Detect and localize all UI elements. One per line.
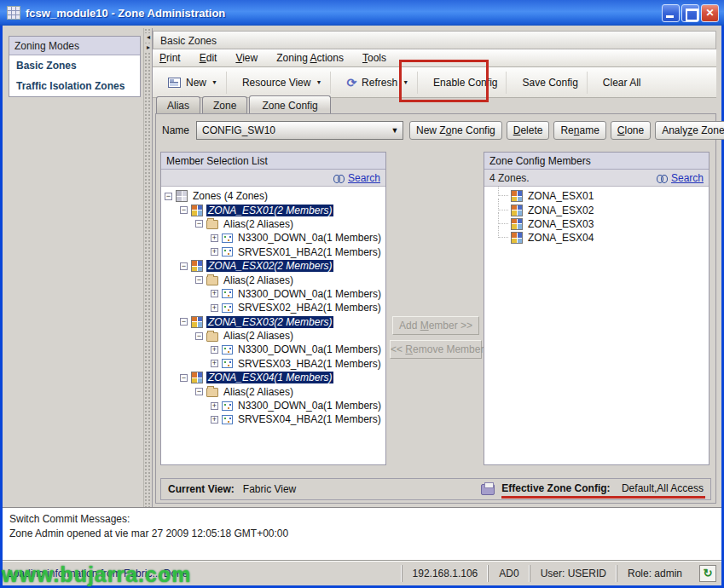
zone-config-member-zona-esx03[interactable]: ZONA_ESX03: [484, 217, 709, 231]
tree-row-n3300-down-0a-1-members[interactable]: +N3300_DOWN_0a(1 Members): [161, 231, 385, 245]
tree-row-n3300-down-0a-1-members[interactable]: +N3300_DOWN_0a(1 Members): [161, 343, 385, 356]
chevron-down-icon[interactable]: ▼: [403, 79, 408, 85]
collapse-icon[interactable]: −: [195, 276, 203, 284]
expand-icon[interactable]: +: [211, 416, 218, 424]
tree-node-label[interactable]: ZONA_ESX03(2 Members): [206, 316, 333, 328]
button-clone[interactable]: Clone: [611, 121, 651, 140]
sidebar-item-traffic-isolation-zones[interactable]: Traffic Isolation Zones: [9, 76, 140, 96]
zone-config-name-select[interactable]: CONFIG_SW10 ▼: [196, 121, 403, 140]
zone-config-member-zona-esx01[interactable]: ZONA_ESX01: [484, 189, 709, 203]
tree-row-zona-esx01-2-members[interactable]: −ZONA_ESX01(2 Members): [161, 203, 385, 216]
expand-icon[interactable]: +: [211, 234, 218, 242]
tree-row-zona-esx04-1-members[interactable]: −ZONA_ESX04(1 Members): [161, 371, 385, 384]
expand-icon[interactable]: +: [211, 248, 218, 256]
zone-config-member-zona-esx04[interactable]: ZONA_ESX04: [484, 231, 709, 245]
toolbar-button-save-config[interactable]: Save Config: [513, 72, 587, 94]
tree-node-label[interactable]: Alias(2 Aliases): [222, 218, 295, 230]
tree-row-zones-4-zones[interactable]: −Zones (4 Zones): [161, 189, 385, 203]
menu-item-edit[interactable]: Edit: [200, 52, 217, 64]
tree-row-alias-2-aliases[interactable]: −Alias(2 Aliases): [161, 329, 385, 343]
chevron-down-icon[interactable]: ▼: [387, 126, 403, 135]
tree-node-label[interactable]: SRVESX03_HBA2(1 Members): [236, 358, 383, 370]
status-refresh-button[interactable]: ↻: [699, 565, 716, 582]
expand-icon[interactable]: +: [211, 360, 218, 367]
button-delete[interactable]: Delete: [507, 121, 550, 140]
tree-row-alias-2-aliases[interactable]: −Alias(2 Aliases): [161, 217, 385, 231]
tree-node-label[interactable]: Alias(2 Aliases): [222, 330, 295, 342]
collapse-icon[interactable]: −: [165, 193, 172, 200]
tree-row-n3300-down-0a-1-members[interactable]: +N3300_DOWN_0a(1 Members): [161, 287, 385, 301]
menu-item-zoning-actions[interactable]: Zoning Actions: [276, 52, 344, 64]
chevron-down-icon[interactable]: ▼: [211, 79, 217, 85]
collapse-icon[interactable]: −: [180, 318, 188, 326]
zone-config-member-zona-esx02[interactable]: ZONA_ESX02: [484, 203, 709, 216]
tree-node-label[interactable]: N3300_DOWN_0a(1 Members): [236, 400, 383, 412]
expand-icon[interactable]: +: [211, 304, 218, 312]
zone-member-label[interactable]: ZONA_ESX02: [526, 205, 595, 216]
tree-row-srvesx02-hba2-1-members[interactable]: +SRVESX02_HBA2(1 Members): [161, 301, 385, 314]
tree-row-zona-esx02-2-members[interactable]: −ZONA_ESX02(2 Members): [161, 259, 385, 273]
member-selection-search-link[interactable]: Search: [333, 172, 380, 184]
collapse-icon[interactable]: −: [180, 206, 188, 214]
tree-node-label[interactable]: SRVESX02_HBA2(1 Members): [236, 302, 383, 314]
tree-row-srvesx01-hba2-1-members[interactable]: +SRVESX01_HBA2(1 Members): [161, 245, 385, 259]
sidebar-splitter[interactable]: ◂ ▸: [143, 28, 152, 507]
tree-row-srvesx04-hba2-1-members[interactable]: +SRVESX04_HBA2(1 Members): [161, 412, 385, 426]
close-button[interactable]: ✕: [701, 4, 719, 22]
tree-node-label[interactable]: ZONA_ESX04(1 Members): [206, 372, 333, 383]
collapse-icon[interactable]: −: [195, 332, 203, 340]
zone-member-label[interactable]: ZONA_ESX03: [526, 218, 595, 230]
collapse-icon[interactable]: −: [180, 374, 188, 382]
tree-node-label[interactable]: ZONA_ESX02(2 Members): [206, 260, 333, 272]
printer-icon[interactable]: [481, 484, 495, 495]
expand-icon[interactable]: +: [211, 290, 218, 297]
status-segment-user-userid: User: USERID: [530, 565, 617, 582]
menu-item-tools[interactable]: Tools: [362, 52, 386, 64]
menu-item-view[interactable]: View: [235, 52, 258, 64]
toolbar-button-enable-config[interactable]: Enable Config: [425, 72, 507, 94]
tree-node-label[interactable]: ZONA_ESX01(2 Members): [206, 205, 333, 216]
button-new-zone-config[interactable]: New Zone Config: [409, 121, 502, 140]
tab-alias[interactable]: Alias: [156, 96, 200, 114]
tab-zone-config[interactable]: Zone Config: [249, 95, 330, 115]
button-rename[interactable]: Rename: [553, 121, 605, 140]
tab-zone[interactable]: Zone: [202, 96, 247, 114]
zone-member-label[interactable]: ZONA_ESX01: [526, 190, 595, 202]
tree-node-label[interactable]: SRVESX04_HBA2(1 Members): [236, 413, 383, 425]
expand-icon[interactable]: +: [211, 402, 218, 410]
collapse-right-icon[interactable]: ▸: [145, 43, 152, 52]
remove-member-button[interactable]: << Remove Member: [390, 340, 482, 359]
tree-node-label[interactable]: N3300_DOWN_0a(1 Members): [236, 343, 383, 355]
tree-node-label[interactable]: N3300_DOWN_0a(1 Members): [236, 232, 383, 244]
tree-row-alias-2-aliases[interactable]: −Alias(2 Aliases): [161, 384, 385, 398]
zone-member-label[interactable]: ZONA_ESX04: [526, 232, 595, 244]
expand-icon[interactable]: +: [211, 346, 218, 354]
zone-config-members-search-link[interactable]: Search: [657, 172, 704, 184]
collapse-icon[interactable]: −: [180, 262, 188, 270]
tree-row-srvesx03-hba2-1-members[interactable]: +SRVESX03_HBA2(1 Members): [161, 357, 385, 371]
tree-row-zona-esx03-2-members[interactable]: −ZONA_ESX03(2 Members): [161, 315, 385, 329]
maximize-button[interactable]: [681, 4, 699, 22]
tree-node-label[interactable]: Zones (4 Zones): [191, 190, 269, 202]
tree-node-label[interactable]: N3300_DOWN_0a(1 Members): [236, 288, 383, 300]
toolbar-button-resource-view[interactable]: Resource View▼: [234, 72, 331, 94]
watermark: www.bujarra.com: [2, 562, 191, 587]
sidebar-item-basic-zones[interactable]: Basic Zones: [9, 55, 140, 76]
collapse-icon[interactable]: −: [195, 220, 203, 228]
collapse-left-icon[interactable]: ◂: [145, 33, 152, 42]
minimize-button[interactable]: [662, 4, 680, 22]
toolbar-button-refresh[interactable]: ⟳Refresh▼: [338, 72, 418, 94]
collapse-icon[interactable]: −: [195, 388, 203, 395]
tree-node-label[interactable]: SRVESX01_HBA2(1 Members): [236, 246, 383, 258]
button-analyze-zone-config[interactable]: Analyze Zone Config: [655, 121, 724, 140]
tree-row-alias-2-aliases[interactable]: −Alias(2 Aliases): [161, 273, 385, 286]
toolbar-button-new[interactable]: New▼: [159, 72, 227, 94]
menu-item-print[interactable]: Print: [159, 52, 181, 64]
tree-node-label[interactable]: Alias(2 Aliases): [222, 386, 295, 398]
add-member-button[interactable]: Add Member >>: [392, 316, 479, 335]
chevron-down-icon[interactable]: ▼: [316, 79, 321, 85]
tree-node-label[interactable]: Alias(2 Aliases): [222, 274, 295, 286]
toolbar-label: Save Config: [522, 77, 577, 89]
tree-row-n3300-down-0a-1-members[interactable]: +N3300_DOWN_0a(1 Members): [161, 399, 385, 412]
toolbar-button-clear-all[interactable]: Clear All: [594, 72, 650, 94]
